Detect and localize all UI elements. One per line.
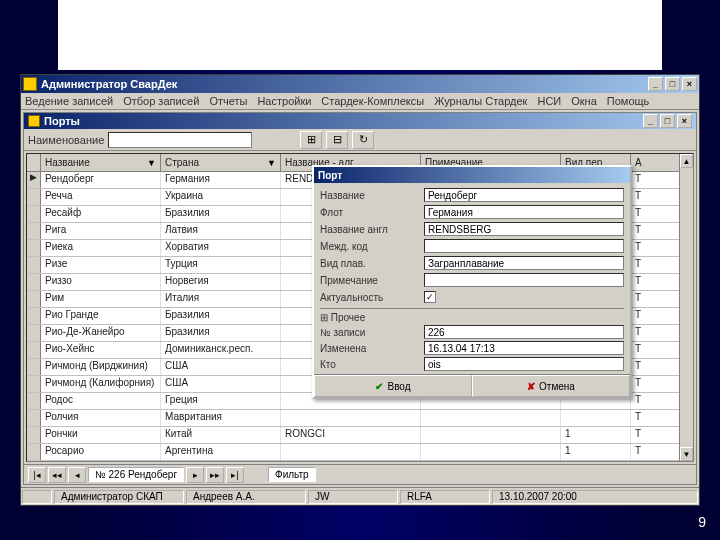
- row-marker: [27, 308, 41, 324]
- scroll-up-icon[interactable]: ▲: [680, 154, 693, 168]
- toolbar-button[interactable]: ⊟: [326, 131, 348, 149]
- nav-prev-button[interactable]: ◂: [68, 467, 86, 483]
- child-titlebar: Порты _ □ ×: [24, 113, 696, 129]
- close-button[interactable]: ×: [682, 77, 697, 91]
- app-titlebar: Администратор СварДек _ □ ×: [21, 75, 699, 93]
- cell-country: Аргентина: [161, 444, 281, 460]
- check-icon: ✔: [375, 381, 383, 392]
- table-row[interactable]: РолчияМавританияT: [27, 410, 693, 427]
- nav-first-button[interactable]: |◂: [28, 467, 46, 483]
- cell-name: Рончки: [41, 427, 161, 443]
- note-field[interactable]: [424, 273, 624, 287]
- cell-country: Латвия: [161, 223, 281, 239]
- row-marker: [27, 359, 41, 375]
- row-marker: [27, 393, 41, 409]
- cell-note: [421, 410, 561, 426]
- cell-country: США: [161, 359, 281, 375]
- child-title: Порты: [44, 115, 80, 127]
- cell-name: Риека: [41, 240, 161, 256]
- dialog-title: Порт: [314, 167, 630, 183]
- menu-item[interactable]: Настройки: [257, 95, 311, 107]
- voyage-type-field[interactable]: Загранплавание: [424, 256, 624, 270]
- filter-indicator[interactable]: Фильтр: [268, 467, 316, 482]
- cell-country: Бразилия: [161, 325, 281, 341]
- table-row[interactable]: РончкиКитайRONGCI1T: [27, 427, 693, 444]
- menu-item[interactable]: Отбор записей: [123, 95, 199, 107]
- cell-name: Речча: [41, 189, 161, 205]
- status-cell: RLFA: [400, 490, 490, 504]
- nav-next-button[interactable]: ▸: [186, 467, 204, 483]
- row-marker: [27, 189, 41, 205]
- status-bar: Администратор СКАП Андреев А.А. JW RLFA …: [21, 487, 699, 505]
- fleet-field[interactable]: Германия: [424, 205, 624, 219]
- ok-button[interactable]: ✔Ввод: [314, 375, 472, 397]
- cell-name: Ролчия: [41, 410, 161, 426]
- who-field: ois: [424, 357, 624, 371]
- group-label: ⊞ Прочее: [320, 311, 624, 324]
- table-row[interactable]: РосариоАргентина1T: [27, 444, 693, 461]
- x-icon: ✘: [527, 381, 535, 392]
- child-maximize-button[interactable]: □: [660, 114, 675, 128]
- cell-country: Норвегия: [161, 274, 281, 290]
- cancel-button[interactable]: ✘Отмена: [472, 375, 630, 397]
- cell-country: Греция: [161, 393, 281, 409]
- menu-item[interactable]: НСИ: [537, 95, 561, 107]
- toolbar-button[interactable]: ⊞: [300, 131, 322, 149]
- column-header[interactable]: Название▼: [41, 154, 161, 171]
- app-title: Администратор СварДек: [41, 78, 177, 90]
- row-marker: [27, 223, 41, 239]
- search-input[interactable]: [108, 132, 252, 148]
- nav-next-page-button[interactable]: ▸▸: [206, 467, 224, 483]
- menu-item[interactable]: Помощь: [607, 95, 650, 107]
- english-name-field[interactable]: RENDSBERG: [424, 222, 624, 236]
- minimize-button[interactable]: _: [648, 77, 663, 91]
- status-cell: 13.10.2007 20:00: [492, 490, 698, 504]
- cell-note: [421, 444, 561, 460]
- row-marker: [27, 291, 41, 307]
- nav-last-button[interactable]: ▸|: [226, 467, 244, 483]
- child-minimize-button[interactable]: _: [643, 114, 658, 128]
- maximize-button[interactable]: □: [665, 77, 680, 91]
- row-marker: ▶: [27, 172, 41, 188]
- cell-eng: RONGCI: [281, 427, 421, 443]
- menu-item[interactable]: Стардек-Комплексы: [321, 95, 424, 107]
- record-number-field: 226: [424, 325, 624, 339]
- intl-code-field[interactable]: [424, 239, 624, 253]
- cell-note: [421, 427, 561, 443]
- row-marker: [27, 325, 41, 341]
- cell-vid: 1: [561, 427, 631, 443]
- cell-country: Хорватия: [161, 240, 281, 256]
- cell-name: Ричмонд (Калифорния): [41, 376, 161, 392]
- vertical-scrollbar[interactable]: ▲ ▼: [679, 154, 693, 461]
- menu-item[interactable]: Окна: [571, 95, 597, 107]
- field-label: Кто: [320, 359, 420, 370]
- cell-name: Ресайф: [41, 206, 161, 222]
- field-label: Изменена: [320, 343, 420, 354]
- menu-item[interactable]: Отчеты: [209, 95, 247, 107]
- cell-name: Рио-Хейнс: [41, 342, 161, 358]
- field-label: Флот: [320, 207, 420, 218]
- row-marker: [27, 410, 41, 426]
- app-icon: [23, 77, 37, 91]
- toolbar-button[interactable]: ↻: [352, 131, 374, 149]
- page-number: 9: [698, 514, 706, 530]
- child-window: Порты _ □ × Наименование ⊞ ⊟ ↻ Название▼…: [23, 112, 697, 485]
- child-close-button[interactable]: ×: [677, 114, 692, 128]
- cell-eng: [281, 444, 421, 460]
- menu-item[interactable]: Журналы Стардек: [434, 95, 527, 107]
- name-field[interactable]: Рендоберг: [424, 188, 624, 202]
- search-label: Наименование: [28, 134, 104, 146]
- cell-country: Турция: [161, 257, 281, 273]
- menu-item[interactable]: Ведение записей: [25, 95, 113, 107]
- cell-name: Ризе: [41, 257, 161, 273]
- scroll-down-icon[interactable]: ▼: [680, 447, 693, 461]
- cell-name: Рига: [41, 223, 161, 239]
- cell-country: Германия: [161, 172, 281, 188]
- menubar: Ведение записей Отбор записей Отчеты Нас…: [21, 93, 699, 111]
- cell-country: Доминиканск.респ.: [161, 342, 281, 358]
- actual-checkbox[interactable]: ✓: [424, 291, 436, 303]
- cell-country: Бразилия: [161, 206, 281, 222]
- nav-prev-page-button[interactable]: ◂◂: [48, 467, 66, 483]
- field-label: Межд. код: [320, 241, 420, 252]
- column-header[interactable]: Страна▼: [161, 154, 281, 171]
